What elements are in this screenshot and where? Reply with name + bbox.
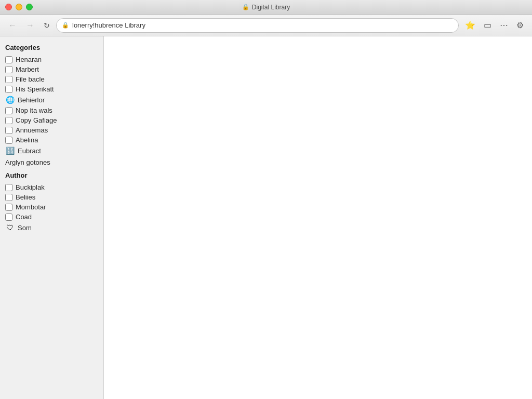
author-section: Author BuckiplakBeliiesMombotarCoad🛡Som [5,171,98,232]
filter-item-behierlor[interactable]: 🌐Behierlor [5,95,98,104]
label-behierlor: Behierlor [18,96,45,104]
sidebar: Categories HenaranMarbertFile bacleHis S… [0,36,104,399]
menu-button[interactable]: ⋯ [497,18,511,32]
categories-heading: Categories [5,44,98,51]
label-copy-gafiage: Copy Gafiage [16,116,57,124]
filter-item-eubract[interactable]: 🔢Eubract [5,146,98,155]
maximize-button[interactable] [26,4,33,10]
checkbox-nop-ita-wals[interactable] [5,107,12,114]
label-marbert: Marbert [16,65,39,73]
label-buckiplak: Buckiplak [16,183,45,191]
icon-eubract: 🔢 [5,146,15,155]
checkbox-copy-gafiage[interactable] [5,117,12,124]
browser-toolbar: ← → ↻ 🔒 ⭐ ▭ ⋯ ⚙ [0,15,532,36]
toolbar-actions: ⭐ ▭ ⋯ ⚙ [462,18,527,32]
arglyn-gotones-link[interactable]: Arglyn gotones [5,158,98,166]
label-file-bacle: File bacle [16,75,45,83]
filter-item-abelina[interactable]: Abelina [5,136,98,144]
checkbox-abelina[interactable] [5,137,12,144]
checkbox-beliies[interactable] [5,194,12,201]
address-lock-icon: 🔒 [62,22,69,29]
refresh-button[interactable]: ↻ [41,19,53,32]
checkbox-buckiplak[interactable] [5,184,12,191]
label-mombotar: Mombotar [16,203,46,211]
icon-som: 🛡 [5,223,15,232]
settings-button[interactable]: ⚙ [513,18,527,32]
label-nop-ita-wals: Nop ita wals [16,107,52,114]
label-abelina: Abelina [16,136,38,144]
filter-item-som[interactable]: 🛡Som [5,223,98,232]
checkbox-annuemas[interactable] [5,127,12,134]
filter-item-nop-ita-wals[interactable]: Nop ita wals [5,107,98,114]
label-coad: Coad [16,213,32,221]
filter-item-copy-gafiage[interactable]: Copy Gafiage [5,116,98,124]
label-henaran: Henaran [16,56,42,63]
label-som: Som [18,224,32,232]
window-title: 🔒 Digital Library [242,4,290,11]
filter-item-his-sperikatt[interactable]: His Sperikatt [5,85,98,93]
checkbox-coad[interactable] [5,214,12,221]
label-annuemas: Annuemas [16,126,48,134]
address-bar[interactable]: 🔒 [56,18,459,33]
label-his-sperikatt: His Sperikatt [16,85,54,93]
checkbox-file-bacle[interactable] [5,76,12,83]
label-eubract: Eubract [18,147,41,155]
filter-item-file-bacle[interactable]: File bacle [5,75,98,83]
filter-item-buckiplak[interactable]: Buckiplak [5,183,98,191]
author-heading: Author [5,171,98,179]
checkbox-mombotar[interactable] [5,204,12,211]
filter-item-henaran[interactable]: Henaran [5,56,98,63]
filter-item-beliies[interactable]: Beliies [5,193,98,201]
bookmark-button[interactable]: ▭ [481,18,495,32]
close-button[interactable] [5,4,12,10]
title-bar: 🔒 Digital Library [0,0,532,15]
icon-behierlor: 🌐 [5,95,15,104]
address-input[interactable] [72,21,453,29]
filter-item-mombotar[interactable]: Mombotar [5,203,98,211]
filter-item-marbert[interactable]: Marbert [5,65,98,73]
label-beliies: Beliies [16,193,35,201]
checkbox-henaran[interactable] [5,56,12,63]
content-area [104,36,532,399]
forward-button[interactable]: → [23,19,37,32]
minimize-button[interactable] [16,4,22,10]
share-button[interactable]: ⭐ [462,18,478,32]
checkbox-his-sperikatt[interactable] [5,86,12,93]
main-content: Categories HenaranMarbertFile bacleHis S… [0,36,532,399]
lock-icon: 🔒 [242,4,249,10]
window-controls[interactable] [5,4,33,10]
filter-item-annuemas[interactable]: Annuemas [5,126,98,134]
categories-section: Categories HenaranMarbertFile bacleHis S… [5,44,98,166]
checkbox-marbert[interactable] [5,66,12,73]
back-button[interactable]: ← [5,19,20,32]
filter-item-coad[interactable]: Coad [5,213,98,221]
